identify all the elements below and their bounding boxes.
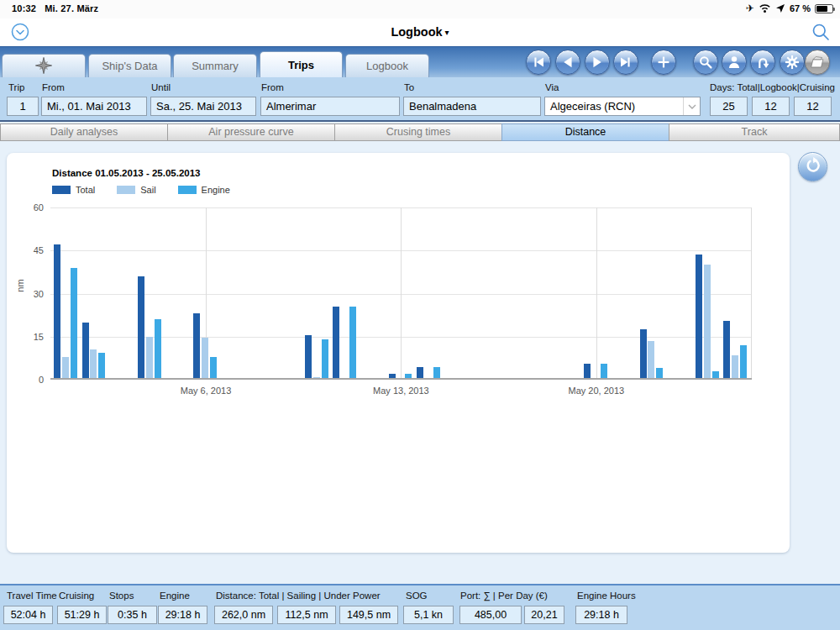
x-tick-label: May 20, 2013 [554, 386, 638, 396]
tab-logbook[interactable]: Logbook [345, 54, 429, 77]
compass-rose-icon [34, 56, 53, 75]
days-cruising-field[interactable]: 12 [794, 97, 832, 116]
engine-hours-value: 29:18 h [575, 606, 627, 624]
step-back-icon [559, 53, 577, 71]
refresh-button[interactable] [798, 152, 827, 181]
y-tick-label: 60 [20, 202, 44, 213]
until-date-label: Until [151, 82, 171, 92]
bar-total-day2 [82, 323, 89, 378]
bar-engine-day6 [210, 357, 217, 378]
next-record-button[interactable] [585, 50, 610, 75]
bar-total-day20 [584, 364, 591, 378]
search-button[interactable] [693, 50, 718, 75]
from-port-label: From [261, 82, 284, 92]
tab-compass[interactable] [2, 54, 86, 77]
chart-panel: Distance 01.05.2013 - 25.05.2013 TotalSa… [7, 153, 790, 553]
port-sum-value: 485,00 [459, 606, 522, 624]
location-icon [775, 3, 785, 13]
from-date-field[interactable]: Mi., 01. Mai 2013 [41, 97, 147, 116]
magnifier-icon [696, 53, 715, 71]
bar-engine-day20 [601, 364, 607, 378]
gridline-v [401, 207, 402, 380]
plot-right-edge [751, 207, 752, 380]
via-combobox[interactable]: Algeceiras (RCN) [544, 97, 701, 116]
battery-percent-text: 67 % [790, 3, 811, 13]
skip-forward-icon [617, 53, 635, 71]
x-tick-label: May 13, 2013 [359, 386, 443, 396]
from-port-field[interactable]: Almerimar [260, 97, 400, 116]
y-tick-label: 15 [20, 332, 44, 342]
bar-engine-day10 [322, 339, 328, 378]
engine-hours-label: Engine Hours [577, 591, 636, 601]
search-icon[interactable] [811, 23, 830, 41]
documents-button[interactable] [805, 50, 830, 75]
trip-label: Trip [8, 82, 24, 92]
bar-total-day22 [640, 329, 647, 378]
undo-button[interactable] [750, 50, 775, 75]
tab-trips[interactable]: Trips [260, 51, 343, 77]
bar-sail-day22 [648, 341, 654, 378]
step-forward-icon [588, 53, 606, 71]
bar-total-day6 [193, 313, 200, 378]
bar-sail-day24 [704, 265, 711, 378]
gear-icon [783, 53, 801, 71]
days-total-field[interactable]: 25 [710, 97, 748, 116]
tab-ships-data[interactable]: Ship's Data [88, 54, 171, 77]
bar-engine-day14 [433, 367, 440, 378]
to-port-label: To [404, 82, 414, 92]
status-time-date: 10:32Mi. 27. März [12, 3, 107, 13]
chart-legend: TotalSailEngine [52, 185, 230, 195]
tab-summary[interactable]: Summary [173, 54, 257, 77]
chevron-down-icon[interactable] [683, 97, 700, 115]
bar-total-day24 [696, 255, 702, 378]
until-date-field[interactable]: Sa., 25. Mai 2013 [150, 97, 256, 116]
x-tick-label: May 6, 2013 [164, 386, 248, 396]
subtab-track[interactable]: Track [669, 123, 840, 141]
refresh-icon [804, 156, 822, 175]
person-icon [725, 53, 743, 71]
plus-icon [654, 53, 673, 71]
previous-record-button[interactable] [555, 50, 580, 75]
settings-button[interactable] [780, 50, 805, 75]
bar-sail-day4 [146, 337, 153, 378]
user-button[interactable] [722, 50, 747, 75]
bar-sail-day6 [202, 338, 208, 378]
to-port-field[interactable]: Benalmadena [403, 97, 541, 116]
bar-sail-day1 [62, 357, 69, 378]
from-date-label: From [42, 82, 65, 92]
logbook-app: 10:32Mi. 27. März ✈ 67 % Logbook▾ [0, 0, 840, 630]
bar-engine-day1 [71, 268, 77, 378]
subtab-air-pressure-curve[interactable]: Air pressure curve [167, 123, 335, 141]
bar-total-day4 [138, 276, 144, 378]
days-logbook-field[interactable]: 12 [752, 97, 790, 116]
subtab-distance[interactable]: Distance [501, 123, 669, 141]
cruising-label: Cruising [59, 591, 94, 601]
add-record-button[interactable] [651, 50, 676, 75]
sog-value: 5,1 kn [403, 606, 454, 624]
x-axis-line [50, 378, 752, 380]
first-record-button[interactable] [526, 50, 551, 75]
travel-time-label: Travel Time [7, 591, 57, 601]
chart-plot: 015304560May 6, 2013May 13, 2013May 20, … [50, 207, 752, 380]
bar-total-day14 [417, 367, 423, 378]
legend-item-sail: Sail [117, 185, 155, 195]
via-label: Via [545, 82, 559, 92]
last-record-button[interactable] [613, 50, 638, 75]
bar-sail-day2 [90, 349, 97, 378]
engine-value: 29:18 h [158, 606, 207, 624]
airplane-mode-icon: ✈ [746, 3, 754, 14]
trip-number-field[interactable]: 1 [7, 97, 39, 116]
bar-engine-day11 [349, 307, 356, 378]
uturn-arrow-icon [753, 53, 772, 71]
analysis-subtabs: Daily analyses Air pressure curve Crusin… [0, 120, 840, 141]
subtab-crusing-times[interactable]: Crusing times [334, 123, 502, 141]
skip-back-icon [529, 53, 548, 71]
legend-item-engine: Engine [178, 185, 230, 195]
page-title[interactable]: Logbook▾ [0, 25, 840, 39]
legend-swatch [52, 186, 71, 194]
main-toolbar: Ship's Data Summary Trips Logbook [0, 46, 840, 77]
bar-total-day11 [333, 307, 339, 378]
subtab-daily-analyses[interactable]: Daily analyses [0, 123, 168, 141]
chart-title: Distance 01.05.2013 - 25.05.2013 [52, 168, 200, 178]
distance-total-value: 262,0 nm [214, 606, 273, 624]
